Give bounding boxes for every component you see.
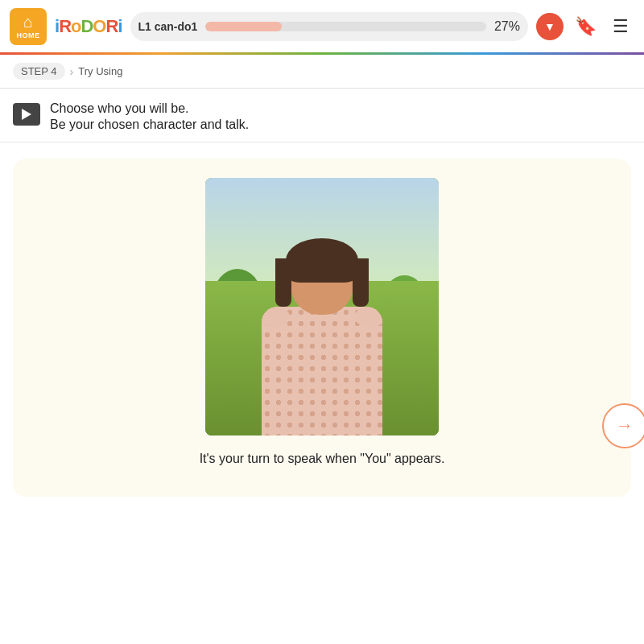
bookmark-button[interactable]: 🔖 <box>572 13 599 40</box>
menu-button[interactable]: ☰ <box>607 13 634 40</box>
breadcrumb-separator: › <box>70 65 74 78</box>
breadcrumb: STEP 4 › Try Using <box>0 55 644 89</box>
caption-text: It's your turn to speak when "You" appea… <box>200 452 445 466</box>
instruction-row: Choose who you will be. Be your chosen c… <box>0 89 644 142</box>
dropdown-button[interactable]: ▼ <box>536 13 564 40</box>
breadcrumb-step: STEP 4 <box>13 63 65 80</box>
content-card: It's your turn to speak when "You" appea… <box>13 159 631 497</box>
instruction-line2: Be your chosen character and talk. <box>50 118 249 132</box>
main-content: It's your turn to speak when "You" appea… <box>0 142 644 513</box>
play-icon-box[interactable] <box>13 103 40 126</box>
person-head <box>290 242 354 315</box>
home-icon: ⌂ <box>23 13 33 31</box>
navbar: ⌂ HOME iRoDORi L1 can-do1 27% ▼ 🔖 ☰ <box>0 0 644 55</box>
percent-label: 27% <box>494 19 520 34</box>
next-button[interactable]: → <box>602 403 644 448</box>
home-label: HOME <box>17 31 40 39</box>
breadcrumb-section: Try Using <box>78 65 122 77</box>
arm-ruffle-right <box>354 307 382 327</box>
chevron-down-icon: ▼ <box>544 20 555 33</box>
logo: iRoDORi <box>55 16 122 37</box>
person-visual <box>205 178 439 436</box>
person-figure <box>262 242 382 436</box>
person-body <box>262 307 382 436</box>
bookmark-icon: 🔖 <box>575 16 597 37</box>
logo-text: iRoDORi <box>55 16 122 37</box>
arrow-right-icon: → <box>616 415 634 436</box>
progress-bar-container: L1 can-do1 27% <box>130 12 529 41</box>
person-hair-top <box>286 238 358 283</box>
photo-frame <box>205 178 439 436</box>
instruction-line1: Choose who you will be. <box>50 101 249 116</box>
home-button[interactable]: ⌂ HOME <box>10 8 47 45</box>
progress-track <box>205 22 486 31</box>
instruction-text: Choose who you will be. Be your chosen c… <box>50 101 249 132</box>
lesson-label: L1 can-do1 <box>138 20 198 33</box>
progress-fill <box>205 22 281 31</box>
menu-icon: ☰ <box>613 16 629 37</box>
play-icon <box>22 109 31 120</box>
